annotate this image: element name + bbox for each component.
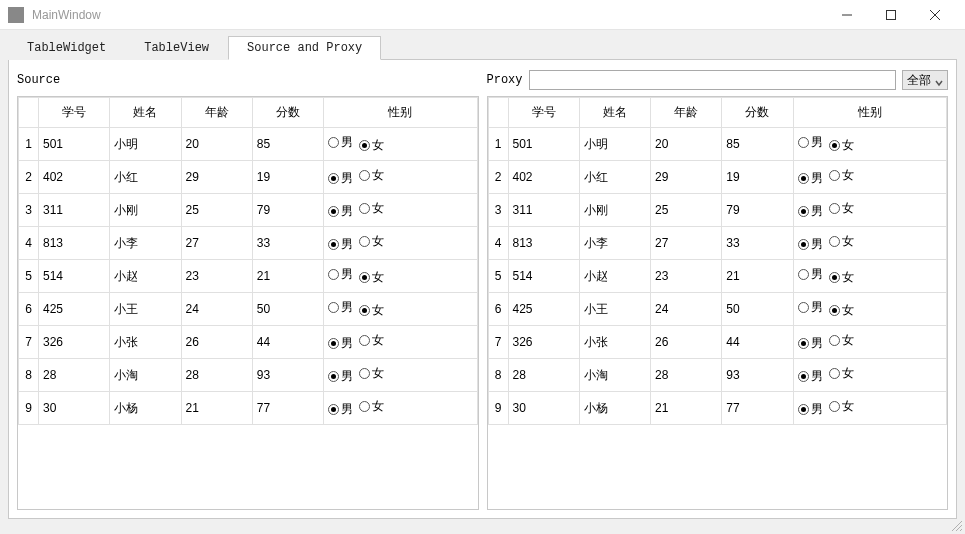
radio-female[interactable]: 女 (829, 365, 854, 382)
cell-score[interactable]: 79 (722, 194, 793, 227)
cell-name[interactable]: 小刚 (579, 194, 650, 227)
radio-female[interactable]: 女 (359, 398, 384, 415)
radio-female[interactable]: 女 (829, 137, 854, 154)
radio-male[interactable]: 男 (798, 236, 823, 253)
col-name[interactable]: 姓名 (579, 98, 650, 128)
radio-male[interactable]: 男 (328, 203, 353, 220)
col-gender[interactable]: 性别 (324, 98, 477, 128)
cell-age[interactable]: 24 (181, 293, 252, 326)
radio-male[interactable]: 男 (328, 368, 353, 385)
table-row[interactable]: 5514小赵2321男女 (19, 260, 478, 293)
proxy-filter-combo[interactable]: 全部 (902, 70, 948, 90)
cell-id[interactable]: 326 (39, 326, 110, 359)
radio-female[interactable]: 女 (829, 302, 854, 319)
cell-id[interactable]: 402 (39, 161, 110, 194)
col-score[interactable]: 分数 (722, 98, 793, 128)
cell-score[interactable]: 19 (722, 161, 793, 194)
proxy-table-wrap[interactable]: 学号 姓名 年龄 分数 性别 1501小明2085男女2402小红2919男女3… (487, 96, 949, 510)
table-row[interactable]: 2402小红2919男女 (488, 161, 947, 194)
col-id[interactable]: 学号 (39, 98, 110, 128)
cell-age[interactable]: 20 (181, 128, 252, 161)
col-score[interactable]: 分数 (252, 98, 323, 128)
cell-name[interactable]: 小刚 (110, 194, 181, 227)
cell-score[interactable]: 33 (252, 227, 323, 260)
cell-name[interactable]: 小张 (579, 326, 650, 359)
col-age[interactable]: 年龄 (181, 98, 252, 128)
radio-female[interactable]: 女 (829, 167, 854, 184)
cell-score[interactable]: 79 (252, 194, 323, 227)
cell-id[interactable]: 425 (39, 293, 110, 326)
cell-score[interactable]: 93 (722, 359, 793, 392)
tab-source-and-proxy[interactable]: Source and Proxy (228, 36, 381, 60)
col-name[interactable]: 姓名 (110, 98, 181, 128)
cell-age[interactable]: 25 (651, 194, 722, 227)
table-row[interactable]: 7326小张2644男女 (19, 326, 478, 359)
radio-male[interactable]: 男 (798, 299, 823, 316)
cell-id[interactable]: 425 (508, 293, 579, 326)
radio-female[interactable]: 女 (359, 332, 384, 349)
cell-name[interactable]: 小李 (579, 227, 650, 260)
cell-name[interactable]: 小淘 (110, 359, 181, 392)
source-table-wrap[interactable]: 学号 姓名 年龄 分数 性别 1501小明2085男女2402小红2919男女3… (17, 96, 479, 510)
table-row[interactable]: 7326小张2644男女 (488, 326, 947, 359)
cell-name[interactable]: 小杨 (110, 392, 181, 425)
radio-male[interactable]: 男 (328, 299, 353, 316)
col-age[interactable]: 年龄 (651, 98, 722, 128)
cell-score[interactable]: 19 (252, 161, 323, 194)
cell-score[interactable]: 85 (722, 128, 793, 161)
table-row[interactable]: 4813小李2733男女 (19, 227, 478, 260)
cell-age[interactable]: 20 (651, 128, 722, 161)
cell-name[interactable]: 小张 (110, 326, 181, 359)
cell-score[interactable]: 50 (252, 293, 323, 326)
cell-id[interactable]: 514 (508, 260, 579, 293)
cell-id[interactable]: 813 (508, 227, 579, 260)
radio-female[interactable]: 女 (829, 269, 854, 286)
cell-id[interactable]: 514 (39, 260, 110, 293)
radio-male[interactable]: 男 (328, 236, 353, 253)
cell-age[interactable]: 21 (181, 392, 252, 425)
table-row[interactable]: 6425小王2450男女 (19, 293, 478, 326)
cell-age[interactable]: 26 (651, 326, 722, 359)
cell-age[interactable]: 25 (181, 194, 252, 227)
table-row[interactable]: 930小杨2177男女 (488, 392, 947, 425)
cell-score[interactable]: 21 (252, 260, 323, 293)
table-row[interactable]: 5514小赵2321男女 (488, 260, 947, 293)
cell-id[interactable]: 813 (39, 227, 110, 260)
table-row[interactable]: 3311小刚2579男女 (19, 194, 478, 227)
cell-id[interactable]: 311 (508, 194, 579, 227)
table-row[interactable]: 4813小李2733男女 (488, 227, 947, 260)
cell-age[interactable]: 23 (181, 260, 252, 293)
close-button[interactable] (913, 0, 957, 30)
cell-age[interactable]: 29 (651, 161, 722, 194)
table-row[interactable]: 1501小明2085男女 (488, 128, 947, 161)
radio-female[interactable]: 女 (359, 269, 384, 286)
radio-male[interactable]: 男 (328, 401, 353, 418)
cell-name[interactable]: 小红 (110, 161, 181, 194)
radio-female[interactable]: 女 (359, 200, 384, 217)
table-row[interactable]: 6425小王2450男女 (488, 293, 947, 326)
radio-male[interactable]: 男 (798, 203, 823, 220)
tab-tablewidget[interactable]: TableWidget (8, 36, 125, 60)
radio-male[interactable]: 男 (798, 401, 823, 418)
cell-score[interactable]: 50 (722, 293, 793, 326)
minimize-button[interactable] (825, 0, 869, 30)
cell-id[interactable]: 326 (508, 326, 579, 359)
cell-age[interactable]: 28 (181, 359, 252, 392)
cell-name[interactable]: 小明 (579, 128, 650, 161)
table-row[interactable]: 2402小红2919男女 (19, 161, 478, 194)
proxy-filter-input[interactable] (529, 70, 896, 90)
cell-score[interactable]: 44 (252, 326, 323, 359)
radio-male[interactable]: 男 (798, 266, 823, 283)
radio-male[interactable]: 男 (328, 134, 353, 151)
radio-male[interactable]: 男 (798, 368, 823, 385)
cell-name[interactable]: 小王 (579, 293, 650, 326)
tab-tableview[interactable]: TableView (125, 36, 228, 60)
cell-name[interactable]: 小明 (110, 128, 181, 161)
cell-id[interactable]: 28 (39, 359, 110, 392)
cell-score[interactable]: 33 (722, 227, 793, 260)
cell-score[interactable]: 21 (722, 260, 793, 293)
radio-male[interactable]: 男 (328, 170, 353, 187)
cell-id[interactable]: 30 (508, 392, 579, 425)
cell-id[interactable]: 501 (508, 128, 579, 161)
radio-female[interactable]: 女 (359, 167, 384, 184)
